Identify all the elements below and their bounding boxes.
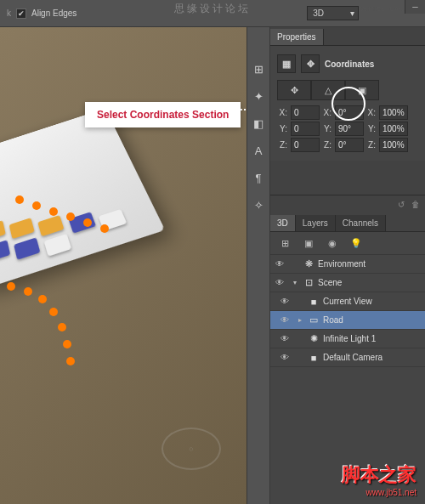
rot-x-input[interactable] <box>335 105 364 120</box>
pos-z-input[interactable] <box>291 138 320 152</box>
layer-scene[interactable]: 👁▾ ⊡ Scene <box>270 274 425 292</box>
rot-y-input[interactable] <box>335 122 364 136</box>
properties-tabs: Properties <box>270 27 425 46</box>
mesh-icon: ▭ <box>306 314 321 326</box>
tool-text[interactable]: A <box>251 143 266 158</box>
properties-panel: ▦ ✥ Coordinates ✥ △ ▣ X: X: X: Y: Y: Y: … <box>270 46 425 161</box>
workspace-selector[interactable]: 3D <box>307 6 359 20</box>
tool-strip: ⊞ ✦ ◧ A ¶ ✧ <box>246 27 270 504</box>
align-edges-checkbox[interactable]: ✔ <box>16 8 26 19</box>
annotation-callout: Select Coordinates Section <box>85 102 241 127</box>
layer-infinite-light[interactable]: 👁 ✺ Infinite Light 1 <box>270 330 425 348</box>
rot-z-input[interactable] <box>335 138 364 152</box>
camera-icon: ■ <box>306 353 321 363</box>
canvas-area[interactable]: ○ Select Coordinates Section <box>0 27 246 504</box>
tool-3[interactable]: ◧ <box>251 116 266 131</box>
watermark-text: 思缘设计论坛 <box>174 2 251 16</box>
filter-mesh-icon[interactable]: ▣ <box>299 235 318 251</box>
layer-default-camera[interactable]: 👁 ■ Default Camera <box>270 348 425 367</box>
tool-wand[interactable]: ✧ <box>251 197 266 212</box>
scale-z-input[interactable] <box>379 138 408 152</box>
filter-material-icon[interactable]: ◉ <box>323 235 342 251</box>
visibility-toggle[interactable]: 👁 <box>275 334 294 343</box>
layer-environment[interactable]: 👁 ❋ Environment <box>270 255 425 274</box>
credit-watermark: 脚本之家 www.jb51.net <box>342 462 416 497</box>
logo-watermark: ○ <box>162 428 221 470</box>
trash-icon[interactable]: 🗑 <box>411 200 420 209</box>
pos-y-input[interactable] <box>291 122 320 136</box>
filter-light-icon[interactable]: 💡 <box>347 235 366 251</box>
visibility-toggle[interactable]: 👁 <box>270 278 289 287</box>
move-mode-icon[interactable]: ✥ <box>277 80 311 100</box>
reset-icon[interactable]: ↺ <box>398 200 405 209</box>
layer-road[interactable]: 👁▸ ▭ Road <box>270 311 425 330</box>
calculator-photo <box>0 109 165 290</box>
scale-mode-icon[interactable]: ▣ <box>345 80 379 100</box>
visibility-toggle[interactable]: 👁 <box>275 353 294 362</box>
light-icon: ✺ <box>306 333 321 344</box>
minimize-button[interactable]: ─ <box>405 0 425 14</box>
pos-x-input[interactable] <box>291 105 320 120</box>
align-edges-label: Align Edges <box>31 8 76 18</box>
tool-paragraph[interactable]: ¶ <box>251 170 266 185</box>
scale-y-input[interactable] <box>379 122 408 136</box>
camera-icon: ■ <box>306 297 321 307</box>
tool-2[interactable]: ✦ <box>251 88 266 104</box>
channels-tab[interactable]: Channels <box>336 215 386 231</box>
mesh-icon[interactable]: ▦ <box>277 54 296 73</box>
scene-icon: ⊡ <box>301 277 316 288</box>
scale-x-input[interactable] <box>379 105 408 120</box>
3d-tabs: 3D Layers Channels <box>270 213 425 232</box>
visibility-toggle[interactable]: 👁 <box>275 297 294 306</box>
coords-icon[interactable]: ✥ <box>301 54 320 73</box>
properties-footer: ↺ 🗑 <box>270 195 425 213</box>
layer-current-view[interactable]: 👁 ■ Current View <box>270 292 425 311</box>
3d-tab[interactable]: 3D <box>270 215 296 231</box>
visibility-toggle[interactable]: 👁 <box>270 259 289 269</box>
filter-scene-icon[interactable]: ⊞ <box>275 235 294 251</box>
coordinates-grid: X: X: X: Y: Y: Y: Z: Z: Z: <box>277 105 418 152</box>
coordinates-title: Coordinates <box>325 59 374 69</box>
visibility-toggle[interactable]: 👁 <box>275 315 294 325</box>
properties-tab[interactable]: Properties <box>270 29 324 45</box>
layers-tab[interactable]: Layers <box>296 215 336 231</box>
rotate-mode-icon[interactable]: △ <box>311 80 345 100</box>
environment-icon: ❋ <box>301 258 316 269</box>
tool-1[interactable]: ⊞ <box>251 61 266 76</box>
window-controls: ─ <box>405 0 425 14</box>
